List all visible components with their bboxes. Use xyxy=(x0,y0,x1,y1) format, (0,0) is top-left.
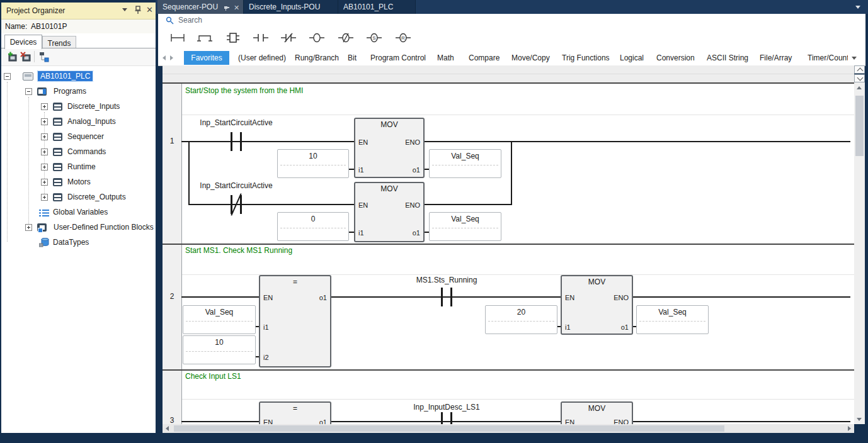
horizontal-scroll-thumb[interactable] xyxy=(174,425,724,432)
coil-reset-icon[interactable]: R xyxy=(395,31,411,44)
category-tab-logical[interactable]: Logical xyxy=(620,51,644,65)
contact-nc[interactable] xyxy=(231,195,242,214)
pin-icon[interactable] xyxy=(224,4,230,11)
category-tab-favorites[interactable]: Favorites xyxy=(184,51,229,65)
horizontal-scrollbar[interactable] xyxy=(163,424,854,433)
category-tab-compare[interactable]: Compare xyxy=(469,51,500,65)
scroll-down-button[interactable] xyxy=(854,413,865,424)
operand-box[interactable]: 10 xyxy=(277,149,349,178)
operand-box[interactable]: Val_Seq xyxy=(429,212,501,241)
mov-block[interactable]: MOV EN ENO i1 o1 xyxy=(354,118,425,178)
equal-block[interactable]: = EN o1 i1 i2 xyxy=(259,275,331,367)
operand-box[interactable]: Val_Seq xyxy=(183,305,256,334)
tree-item-user-defined-function-blocks[interactable]: User-Defined Function Blocks xyxy=(1,220,156,235)
doc-tab-sequencer[interactable]: Sequencer-POU✕ xyxy=(157,0,243,14)
expand-icon[interactable] xyxy=(41,179,48,186)
category-tab-user-defined[interactable]: (User defined) xyxy=(238,51,286,65)
category-overflow-dropdown-icon[interactable] xyxy=(852,57,857,60)
add-device-icon[interactable] xyxy=(6,52,17,62)
pin-icon[interactable] xyxy=(135,6,141,14)
collapse-icon[interactable] xyxy=(25,88,32,95)
delete-device-icon[interactable] xyxy=(20,52,31,62)
category-tab-conversion[interactable]: Conversion xyxy=(656,51,695,65)
doc-tab-discrete-inputs[interactable]: Discrete_Inputs-POU xyxy=(243,0,339,14)
scroll-categories-right-icon[interactable] xyxy=(170,55,173,60)
scroll-up-button[interactable] xyxy=(854,82,865,93)
category-tab-file-array[interactable]: File/Array xyxy=(760,51,792,65)
close-icon[interactable]: ✕ xyxy=(146,6,153,14)
rung-icon[interactable] xyxy=(169,31,186,44)
expand-icon[interactable] xyxy=(41,118,48,125)
contact-nc-icon[interactable] xyxy=(280,31,297,44)
coil-icon[interactable] xyxy=(309,31,325,44)
vertical-scrollbar[interactable] xyxy=(854,82,865,424)
expand-icon[interactable] xyxy=(41,103,48,110)
branch-icon[interactable] xyxy=(197,31,213,44)
scroll-left-button[interactable] xyxy=(163,424,173,433)
tab-list-dropdown-icon[interactable] xyxy=(855,6,860,9)
tree-item-datatypes[interactable]: DataTypes xyxy=(1,235,156,250)
tree-item-motors[interactable]: Motors xyxy=(1,175,156,190)
expand-toolbox-button[interactable] xyxy=(854,74,865,82)
category-tab-bit[interactable]: Bit xyxy=(348,51,357,65)
mov-block[interactable]: MOV EN ENO i1 o1 xyxy=(354,182,425,242)
tree-item-programs[interactable]: Programs xyxy=(1,84,156,99)
contact-no[interactable] xyxy=(441,288,452,306)
tree-item-runtime[interactable]: Runtime xyxy=(1,160,156,175)
search-input[interactable] xyxy=(177,15,368,25)
rung-comment[interactable]: Start MS1. Check MS1 Running xyxy=(185,246,292,255)
expand-icon[interactable] xyxy=(25,224,32,231)
collapse-icon[interactable] xyxy=(4,73,11,80)
scroll-right-button[interactable] xyxy=(844,424,854,433)
operand-box[interactable]: Val_Seq xyxy=(429,149,501,178)
tab-trends[interactable]: Trends xyxy=(42,36,76,48)
coil-set-icon[interactable]: S xyxy=(366,31,382,44)
expand-icon[interactable] xyxy=(41,194,48,201)
operand-box[interactable]: 20 xyxy=(485,305,557,334)
expand-icon[interactable] xyxy=(41,149,48,155)
contact-tag-label[interactable]: Inp_StartCircuitActive xyxy=(200,118,272,127)
window-position-dropdown-icon[interactable] xyxy=(122,8,127,11)
tab-devices[interactable]: Devices xyxy=(4,35,42,49)
contact-tag-label[interactable]: Inp_InputDesc_LS1 xyxy=(413,403,479,412)
category-tab-program-control[interactable]: Program Control xyxy=(370,51,426,65)
expand-icon[interactable] xyxy=(41,133,48,140)
tree-item-discrete-inputs[interactable]: Discrete_Inputs xyxy=(1,99,156,115)
category-tab-math[interactable]: Math xyxy=(437,51,454,65)
equal-block[interactable]: = EN o1 xyxy=(259,401,331,424)
collapse-toolbox-button[interactable] xyxy=(854,65,865,74)
tree-item-global-variables[interactable]: Global Variables xyxy=(1,205,156,220)
contact-no-icon[interactable] xyxy=(253,31,269,44)
mov-block[interactable]: MOV EN ENO xyxy=(561,401,633,424)
tree-item-discrete-outputs[interactable]: Discrete_Outputs xyxy=(1,190,156,205)
scroll-categories-left-icon[interactable] xyxy=(163,55,166,60)
doc-tab-plc[interactable]: AB10101_PLC xyxy=(338,0,416,14)
contact-tag-label[interactable]: MS1.Sts_Running xyxy=(416,276,477,284)
tree-item-analog-inputs[interactable]: Analog_Inputs xyxy=(1,115,156,130)
tree-item-commands[interactable]: Commands xyxy=(1,145,156,160)
rung-number[interactable]: 2 xyxy=(163,292,181,301)
contact-tag-label[interactable]: Inp_StartCircuitActive xyxy=(200,181,272,190)
tree-item-sequencer[interactable]: Sequencer xyxy=(1,130,156,145)
organize-devices-icon[interactable] xyxy=(39,52,50,62)
rung-number[interactable]: 3 xyxy=(163,416,181,425)
contact-no[interactable] xyxy=(231,132,242,151)
close-icon[interactable]: ✕ xyxy=(234,1,239,14)
contact-no[interactable] xyxy=(441,412,452,424)
operand-box[interactable]: Val_Seq xyxy=(636,305,709,334)
coil-nc-icon[interactable] xyxy=(338,31,354,44)
rung-comment[interactable]: Start/Stop the system from the HMI xyxy=(185,86,303,95)
operand-box[interactable]: 10 xyxy=(183,335,256,364)
vertical-scroll-thumb[interactable] xyxy=(855,96,864,156)
instruction-block-icon[interactable] xyxy=(225,31,241,44)
mov-block[interactable]: MOV EN ENO i1 o1 xyxy=(561,275,633,335)
category-tab-trig-functions[interactable]: Trig Functions xyxy=(562,51,610,65)
rung-number[interactable]: 1 xyxy=(163,137,181,145)
tree-item-plc[interactable]: AB10101_PLC xyxy=(1,69,156,84)
expand-icon[interactable] xyxy=(41,164,48,171)
category-tab-move-copy[interactable]: Move/Copy xyxy=(511,51,550,65)
category-tab-timer-counter[interactable]: Timer/Counter xyxy=(808,51,848,65)
category-tab-ascii-string[interactable]: ASCII String xyxy=(707,51,748,65)
category-tab-rung-branch[interactable]: Rung/Branch xyxy=(295,51,339,65)
operand-box[interactable]: 0 xyxy=(277,212,349,241)
